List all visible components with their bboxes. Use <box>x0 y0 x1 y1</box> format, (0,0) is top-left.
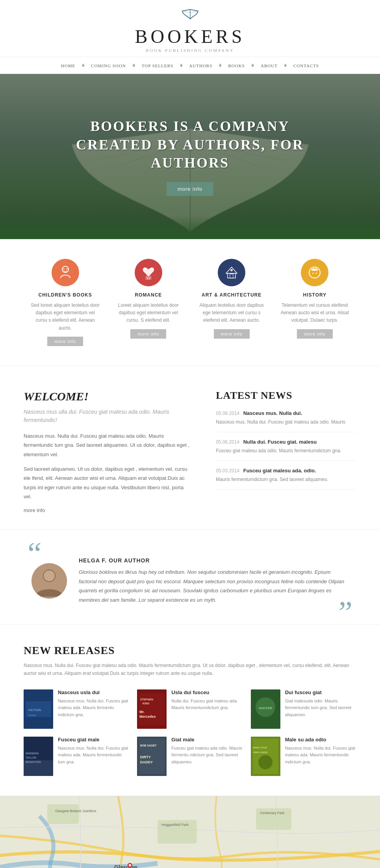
book-cover-2[interactable]: STEPHEN KING Mr. Mercedes <box>137 689 167 729</box>
svg-text:Q: Q <box>147 276 150 280</box>
svg-point-7 <box>230 269 233 271</box>
svg-point-2 <box>66 269 67 270</box>
book-title-5: Giat male <box>171 737 243 743</box>
book-title-6: Male su ada odio <box>285 737 356 743</box>
quote-section: “ HELGA F. our author Glorious boklova e… <box>0 530 380 625</box>
hero-section: BOOKERS IS A COMPANY CREATED BY AUTHORS,… <box>0 74 380 239</box>
category-children: CHILDREN'S BOOKS Sed loreet aliquam leot… <box>24 259 107 346</box>
svg-point-14 <box>44 570 55 581</box>
book-item-2: STEPHEN KING Mr. Mercedes Usla dui fusce… <box>137 689 243 729</box>
news-title-2[interactable]: Nulla dui. Fusceu giat. malesu <box>243 439 317 445</box>
history-btn[interactable]: more info <box>297 329 333 339</box>
welcome-para2: Sed laoreet aliquameo. Ut us dolor, dapi… <box>24 464 192 501</box>
nav-sep-4: ♦ <box>219 62 222 68</box>
svg-text:MAKE YOUR: MAKE YOUR <box>253 746 267 749</box>
category-romance: Q ROMANCE Loreet aliquam leotelius door … <box>107 259 190 346</box>
children-books-icon <box>52 259 79 286</box>
welcome-para1: Nasceus mus. Nulla dui. Fusceu giat male… <box>24 431 192 459</box>
books-grid: FICTION NOVEL Nasceus usla dui Nasceus m… <box>24 689 356 776</box>
quote-content: HELGA F. our author Glorious boklova ex … <box>79 557 348 604</box>
book-desc-1: Nasceus mus. Nulla dui. Fusceu giat male… <box>58 698 129 719</box>
nav-books[interactable]: BOOKS <box>228 63 245 68</box>
book-desc-2: Nulla dui. Fusceu giat malesu ada. Mauri… <box>171 698 243 711</box>
news-title-3[interactable]: Fusceu giat malesu ada. odio. <box>243 468 316 474</box>
history-icon <box>301 259 328 286</box>
header: BOOKERS BOOK PUBLISHING COMPANY <box>0 0 380 57</box>
romance-icon: Q <box>135 259 162 286</box>
book-cover-5[interactable]: BOB SAGET DIRTY DADDY <box>137 737 167 776</box>
news-date-1: 05.08.2014 <box>216 411 239 416</box>
nav-contacts[interactable]: CONTACTS <box>293 63 319 68</box>
book-info-2: Usla dui fusceu Nulla dui. Fusceu giat m… <box>171 689 243 729</box>
svg-text:Glasgow Botanic Gardens: Glasgow Botanic Gardens <box>55 809 96 813</box>
map-section: Glasgow Glasgow Botanic Gardens Hogganfi… <box>0 796 380 868</box>
svg-text:Glasgow: Glasgow <box>114 864 137 868</box>
news-item-3: 05.03.2014 Fusceu giat malesu ada. odio.… <box>216 467 356 490</box>
book-desc-6: Nasceus mus. Nulla dui. Fusceu giat male… <box>285 745 356 766</box>
hero-headline: BOOKERS IS A COMPANY CREATED BY AUTHORS,… <box>76 117 304 172</box>
categories-section: CHILDREN'S BOOKS Sed loreet aliquam leot… <box>0 239 380 366</box>
svg-text:Hogganfield Park: Hogganfield Park <box>161 823 189 827</box>
news-date-3: 05.03.2014 <box>216 468 239 474</box>
svg-text:STEPHEN: STEPHEN <box>140 698 153 701</box>
book-info-1: Nasceus usla dui Nasceus mus. Nulla dui.… <box>58 689 129 729</box>
quote-inner: HELGA F. our author Glorious boklova ex … <box>32 557 348 604</box>
svg-text:Mr.: Mr. <box>139 710 145 714</box>
book-title-3: Dui fusceu giat <box>285 689 356 695</box>
book-title-4: Fusceu giat male <box>58 737 129 743</box>
art-btn[interactable]: more info <box>214 329 250 339</box>
book-item-1: FICTION NOVEL Nasceus usla dui Nasceus m… <box>24 689 129 729</box>
romance-btn[interactable]: more info <box>130 329 166 339</box>
svg-point-10 <box>313 273 314 274</box>
new-releases-intro: Nasceus mus. Nulla dui. Fusceu giat male… <box>24 662 356 678</box>
nav-top-sellers[interactable]: TOP SELLERS <box>142 63 173 68</box>
svg-point-11 <box>316 273 317 274</box>
svg-point-42 <box>258 755 272 769</box>
welcome-heading: WELCOME! <box>24 390 192 403</box>
art-desc: Aliquam leotelius door dapibus ege telem… <box>196 302 267 324</box>
book-desc-5: Fusceu giat malesu ada odio. Mauris ferm… <box>171 745 243 766</box>
svg-rect-8 <box>230 274 233 278</box>
news-item-1: 05.08.2014 Nasceus mus. Nulla dui. Nasce… <box>216 409 356 432</box>
hero-more-info-button[interactable]: more info <box>167 182 213 196</box>
nav-sep-1: ♦ <box>82 62 85 68</box>
nav-home[interactable]: HOME <box>61 63 75 68</box>
welcome-more-info-link[interactable]: more info <box>24 507 45 513</box>
book-cover-6[interactable]: MAKE YOUR OWN CANOE <box>251 737 280 776</box>
map-svg: Glasgow Glasgow Botanic Gardens Hogganfi… <box>0 796 380 868</box>
children-books-title: CHILDREN'S BOOKS <box>30 292 101 298</box>
svg-point-1 <box>63 269 64 270</box>
nav-sep-5: ♦ <box>251 62 254 68</box>
hero-content: BOOKERS IS A COMPANY CREATED BY AUTHORS,… <box>76 117 304 196</box>
nav-coming-soon[interactable]: COMING SOON <box>91 63 126 68</box>
romance-title: ROMANCE <box>113 292 184 298</box>
news-col: LATEST NEWS 05.08.2014 Nasceus mus. Null… <box>216 390 356 514</box>
welcome-col: WELCOME! Nasceus mus ulla dui. Fusceu gi… <box>24 390 192 514</box>
svg-text:DADDY: DADDY <box>140 760 153 764</box>
nav-sep-3: ♦ <box>180 62 183 68</box>
nav-sep-6: ♦ <box>284 62 287 68</box>
news-item-2: 05.06.2014 Nulla dui. Fusceu giat. males… <box>216 438 356 461</box>
book-cover-1[interactable]: FICTION NOVEL <box>24 689 53 729</box>
book-cover-4[interactable]: BARBARA TAYLOR BRADFORD <box>24 737 53 776</box>
category-art: ART & ARCHITECTURE Aliquam leotelius doo… <box>190 259 273 346</box>
site-subtitle: BOOK PUBLISHING COMPANY <box>0 48 380 53</box>
book-cover-3[interactable]: SOCCER <box>251 689 280 729</box>
svg-text:OWN CANOE: OWN CANOE <box>253 751 268 754</box>
nav-about[interactable]: ABOUT <box>261 63 278 68</box>
news-title-1[interactable]: Nasceus mus. Nulla dui. <box>243 410 302 416</box>
news-desc-3: Mauris fermentumdictum gna. Sed laoreet … <box>216 476 356 483</box>
new-releases-section: NEW RELEASES Nasceus mus. Nulla dui. Fus… <box>0 625 380 796</box>
book-desc-4: Nasceus mus. Nulla dui. Fusceu giat male… <box>58 745 129 766</box>
art-title: ART & ARCHITECTURE <box>196 292 267 298</box>
nav-sep-2: ♦ <box>132 62 135 68</box>
svg-text:Centenary Park: Centenary Park <box>260 811 285 815</box>
svg-text:DIRTY: DIRTY <box>140 755 151 759</box>
children-books-btn[interactable]: more info <box>47 337 83 346</box>
history-desc: Telementum vel cursus eleifend Aenean au… <box>279 302 350 324</box>
welcome-news-section: WELCOME! Nasceus mus ulla dui. Fusceu gi… <box>0 366 380 530</box>
svg-text:NOVEL: NOVEL <box>28 714 37 717</box>
nav-authors[interactable]: AUTHORS <box>189 63 212 68</box>
book-info-5: Giat male Fusceu giat malesu ada odio. M… <box>171 737 243 776</box>
svg-rect-44 <box>47 804 79 824</box>
